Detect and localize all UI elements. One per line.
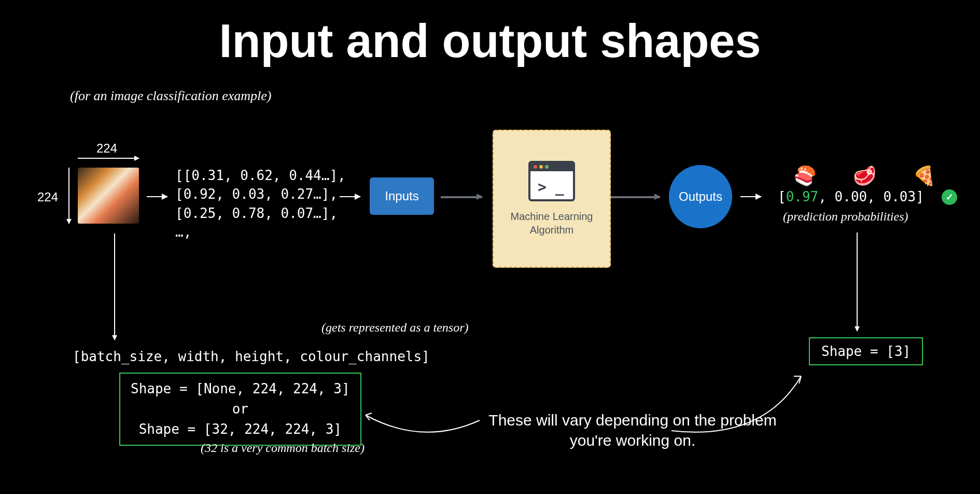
- curve-arrow-icon: [363, 410, 482, 441]
- arrow-down-icon: [857, 232, 858, 331]
- arrow-icon: [441, 196, 482, 198]
- shape-description: [batch_size, width, height, colour_chann…: [73, 349, 430, 364]
- terminal-icon: > _: [528, 161, 575, 201]
- pizza-icon: 🍕: [913, 165, 936, 187]
- inputs-box: Inputs: [370, 177, 434, 215]
- check-icon: ✓: [942, 189, 957, 205]
- sushi-icon: 🍣: [793, 165, 817, 187]
- arrow-icon: [611, 196, 660, 198]
- curve-arrow-icon: [669, 374, 804, 446]
- input-shape-box: Shape = [None, 224, 224, 3] or Shape = […: [119, 373, 361, 446]
- width-label: 224: [96, 141, 117, 156]
- prediction-note: (prediction probabilities): [783, 210, 908, 224]
- page-title: Input and output shapes: [0, 15, 980, 68]
- tensor-note: (gets represented as a tensor): [321, 321, 469, 335]
- ml-algorithm-box: > _ Machine Learning Algorithm: [493, 130, 611, 268]
- arrow-down-icon: [114, 234, 115, 340]
- batch-note: (32 is a very common batch size): [197, 441, 368, 455]
- subtitle: (for an image classification example): [70, 88, 271, 104]
- height-arrow: [68, 168, 69, 224]
- width-arrow: [78, 158, 139, 159]
- ml-label: Machine Learning Algorithm: [511, 210, 593, 237]
- terminal-prompt: > _: [538, 179, 564, 196]
- output-values: [0.97, 0.00, 0.03]: [778, 189, 924, 204]
- height-label: 224: [37, 190, 58, 204]
- arrow-icon: [147, 196, 167, 197]
- output-shape-box: Shape = [3]: [809, 337, 923, 365]
- arrow-icon: [340, 196, 360, 197]
- food-image: [78, 168, 139, 224]
- arrow-icon: [740, 196, 761, 197]
- tensor-matrix: [[0.31, 0.62, 0.44…], [0.92, 0.03, 0.27……: [175, 166, 346, 242]
- steak-icon: 🥩: [853, 165, 876, 187]
- outputs-circle: Outputs: [669, 165, 732, 228]
- class-icons: 🍣 🥩 🍕: [793, 165, 936, 187]
